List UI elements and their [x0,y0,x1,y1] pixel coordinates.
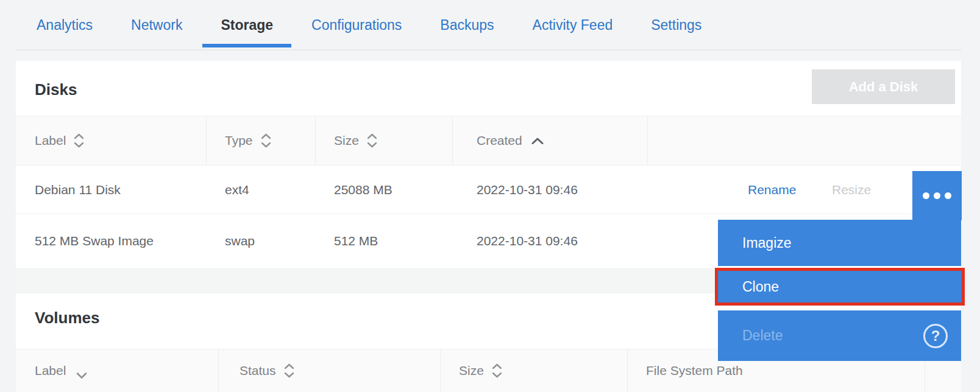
rename-link[interactable]: Rename [748,166,796,214]
disks-column-label[interactable]: Label [35,116,84,165]
disk-row-debian: Debian 11 Disk ext4 25088 MB 2022-10-31 … [16,166,961,214]
ellipsis-icon [934,192,940,199]
disks-column-created[interactable]: Created [477,116,544,165]
disks-column-size[interactable]: Size [334,116,377,165]
volumes-section-title: Volumes [35,309,99,327]
column-separator [627,349,628,392]
disk-size-cell: 512 MB [334,214,378,268]
column-separator [206,116,207,165]
column-separator [647,116,648,165]
tab-bar-divider [16,49,961,51]
column-separator [315,116,316,165]
tab-backups[interactable]: Backups [440,1,494,49]
add-a-disk-button[interactable]: Add a Disk [812,69,955,104]
volumes-column-label[interactable]: Label [35,349,88,392]
sort-descending-icon [76,368,88,382]
column-separator [440,349,441,392]
tab-configurations[interactable]: Configurations [311,1,402,49]
disk-created-cell: 2022-10-31 09:46 [477,214,578,268]
tab-storage[interactable]: Storage [221,1,273,49]
sort-ascending-icon [531,133,544,148]
sort-both-icon [74,133,84,148]
disk-created-cell: 2022-10-31 09:46 [477,166,578,214]
ellipsis-icon [923,192,929,199]
sort-both-icon [492,363,502,378]
column-separator [218,349,219,392]
disk-label-cell: Debian 11 Disk [35,166,121,214]
linode-storage-page: Analytics Network Storage Configurations… [0,0,980,392]
clone-highlight-box: Clone [715,268,965,306]
volumes-column-status[interactable]: Status [240,349,294,392]
disk-size-cell: 25088 MB [334,166,392,214]
sort-both-icon [261,133,271,148]
disk-label-cell: 512 MB Swap Image [35,214,163,268]
resize-link-disabled[interactable]: Resize [832,166,871,214]
disks-section-title: Disks [35,80,77,99]
disks-table-header: Label Type Size [16,116,961,166]
menu-item-clone[interactable]: Clone [718,271,962,303]
volumes-column-size[interactable]: Size [459,349,502,392]
column-separator [452,116,453,165]
sort-both-icon [284,363,294,378]
tab-analytics[interactable]: Analytics [37,1,93,49]
tab-settings[interactable]: Settings [651,1,701,49]
tab-network[interactable]: Network [131,1,182,49]
disks-column-type[interactable]: Type [225,116,271,165]
tab-activity-feed[interactable]: Activity Feed [533,1,613,49]
sort-both-icon [367,133,377,148]
tab-bar: Analytics Network Storage Configurations… [0,0,980,51]
more-actions-button[interactable] [912,171,962,220]
disk-type-cell: swap [225,214,255,268]
menu-item-imagize[interactable]: Imagize [718,220,961,266]
ellipsis-icon [945,192,951,199]
help-icon[interactable]: ? [923,324,948,348]
menu-item-delete-disabled[interactable]: Delete ? [718,310,961,361]
disk-type-cell: ext4 [225,166,249,214]
